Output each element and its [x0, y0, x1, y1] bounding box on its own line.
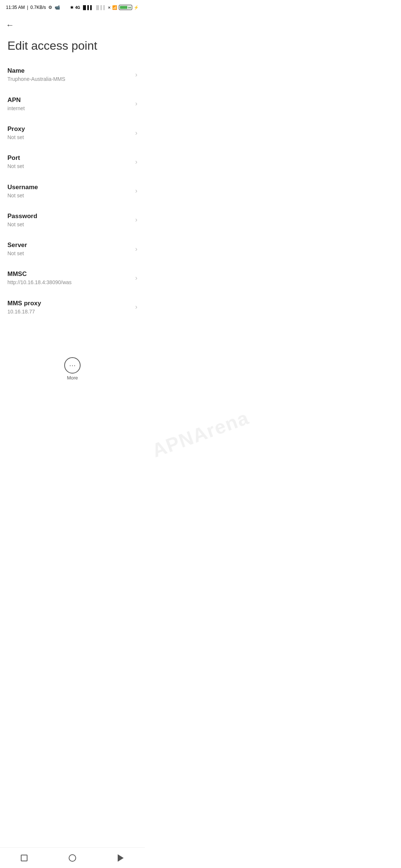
back-button[interactable]: ←: [6, 18, 21, 33]
chevron-right-icon: ›: [135, 158, 137, 166]
time-display: 11:35 AM: [6, 5, 25, 10]
more-label: More: [67, 375, 78, 381]
settings-item-apn[interactable]: APN internet ›: [0, 89, 145, 118]
item-label-6: Server: [7, 241, 132, 249]
settings-item-name[interactable]: Name Truphone-Australia-MMS ›: [0, 60, 145, 89]
bluetooth-icon: ✱: [70, 5, 74, 10]
item-value-0: Truphone-Australia-MMS: [7, 76, 132, 82]
item-label-3: Port: [7, 154, 132, 162]
back-arrow-icon: ←: [6, 20, 14, 30]
more-container: ⋯ More: [0, 351, 145, 384]
item-text: MMSC http://10.16.18.4:38090/was: [7, 270, 132, 286]
settings-item-password[interactable]: Password Not set ›: [0, 206, 145, 234]
item-value-2: Not set: [7, 134, 132, 141]
item-label-7: MMSC: [7, 270, 132, 278]
signal-4g-icon: 4G: [75, 6, 80, 10]
item-text: Name Truphone-Australia-MMS: [7, 67, 132, 82]
settings-item-mms-proxy[interactable]: MMS proxy 10.16.18.77 ›: [0, 293, 145, 322]
signal-x-icon: ✕: [108, 6, 111, 10]
item-value-7: http://10.16.18.4:38090/was: [7, 279, 132, 286]
item-value-4: Not set: [7, 192, 132, 199]
settings-item-server[interactable]: Server Not set ›: [0, 234, 145, 263]
item-label-8: MMS proxy: [7, 299, 132, 308]
chevron-right-icon: ›: [135, 274, 137, 282]
status-bar: 11:35 AM | 0.7KB/s ⚙ 📹 ✱ 4G ▐▌▌▌ ▐▌▌▌ ✕ …: [0, 0, 145, 13]
chevron-right-icon: ›: [135, 100, 137, 108]
item-value-1: internet: [7, 105, 132, 112]
chevron-right-icon: ›: [135, 187, 137, 195]
item-label-1: APN: [7, 96, 132, 104]
item-text: MMS proxy 10.16.18.77: [7, 299, 132, 315]
chevron-right-icon: ›: [135, 245, 137, 253]
settings-list: Name Truphone-Australia-MMS › APN intern…: [0, 60, 145, 351]
item-value-5: Not set: [7, 221, 132, 228]
more-dots-icon: ⋯: [69, 362, 76, 369]
item-value-3: Not set: [7, 163, 132, 170]
item-label-4: Username: [7, 183, 132, 191]
item-label-0: Name: [7, 67, 132, 75]
status-left: 11:35 AM | 0.7KB/s ⚙ 📹: [6, 5, 60, 10]
item-text: Port Not set: [7, 154, 132, 170]
item-text: Server Not set: [7, 241, 132, 257]
item-text: Proxy Not set: [7, 125, 132, 141]
separator: |: [27, 5, 28, 10]
item-text: APN internet: [7, 96, 132, 112]
settings-item-port[interactable]: Port Not set ›: [0, 147, 145, 176]
top-bar: ←: [0, 13, 145, 36]
item-label-5: Password: [7, 212, 132, 220]
item-value-6: Not set: [7, 250, 132, 257]
network-speed: 0.7KB/s: [30, 5, 46, 10]
item-value-8: 10.16.18.77: [7, 308, 132, 315]
battery-icon: 38: [119, 5, 132, 10]
signal-bars-icon: ▐▌▌▌: [82, 5, 93, 10]
chevron-right-icon: ›: [135, 129, 137, 137]
settings-item-username[interactable]: Username Not set ›: [0, 177, 145, 206]
chevron-right-icon: ›: [135, 71, 137, 79]
chevron-right-icon: ›: [135, 216, 137, 224]
charging-icon: ⚡: [134, 5, 139, 10]
camera-icon: 📹: [55, 5, 60, 10]
status-right: ✱ 4G ▐▌▌▌ ▐▌▌▌ ✕ 📶 38 ⚡: [70, 5, 139, 10]
settings-icon: ⚙: [48, 5, 52, 10]
item-label-2: Proxy: [7, 125, 132, 133]
settings-item-proxy[interactable]: Proxy Not set ›: [0, 118, 145, 147]
signal-bars2-icon: ▐▌▌▌: [95, 5, 106, 10]
more-button[interactable]: ⋯: [64, 357, 81, 374]
item-text: Password Not set: [7, 212, 132, 228]
chevron-right-icon: ›: [135, 303, 137, 311]
wifi-icon: 📶: [112, 5, 117, 10]
page-title: Edit access point: [0, 36, 145, 60]
item-text: Username Not set: [7, 183, 132, 199]
settings-item-mmsc[interactable]: MMSC http://10.16.18.4:38090/was ›: [0, 263, 145, 292]
